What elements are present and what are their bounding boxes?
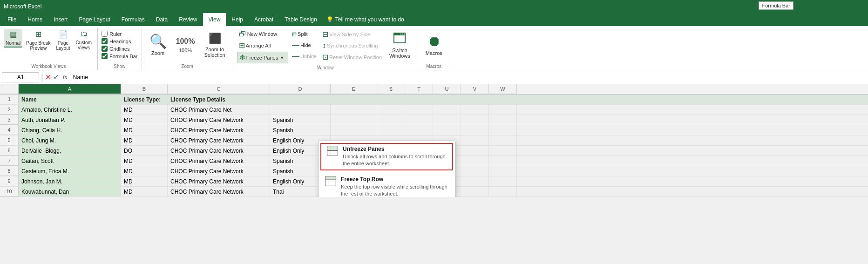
cell-w9[interactable]	[489, 176, 517, 186]
formula-bar-check[interactable]: Formula Bar	[102, 53, 138, 59]
tab-review[interactable]: Review	[173, 13, 203, 26]
cell-u4[interactable]	[433, 125, 461, 135]
cell-w6[interactable]	[489, 146, 517, 156]
tell-me-bar[interactable]: 💡 Tell me what you want to do	[323, 13, 408, 26]
freeze-panes-button[interactable]: ❄ Freeze Panes ▼	[237, 52, 288, 63]
cell-d1[interactable]	[270, 95, 331, 104]
cell-v2[interactable]	[461, 105, 489, 115]
cell-b8[interactable]: MD	[121, 166, 168, 176]
cell-a2[interactable]: Arnaldo, Christine L.	[19, 105, 121, 115]
col-header-d[interactable]: D	[270, 84, 331, 94]
cell-b9[interactable]: MD	[121, 176, 168, 186]
cell-b6[interactable]: DO	[121, 146, 168, 156]
cell-a5[interactable]: Choi, Jung M.	[19, 135, 121, 145]
split-button[interactable]: ⧈ Split	[290, 29, 309, 39]
macros-button[interactable]: ⏺ Macros	[422, 29, 446, 61]
tab-home[interactable]: Home	[22, 13, 48, 26]
cell-v10[interactable]	[461, 187, 489, 196]
cell-s1[interactable]	[377, 95, 405, 104]
cell-s4[interactable]	[377, 125, 405, 135]
unhide-button[interactable]: — Unhide	[290, 51, 319, 61]
col-header-u[interactable]: U	[433, 84, 461, 94]
col-header-t[interactable]: T	[405, 84, 433, 94]
zoom-100-button[interactable]: 100% 100%	[172, 29, 199, 61]
cell-w7[interactable]	[489, 156, 517, 166]
cell-c5[interactable]: CHOC Primary Care Network	[168, 135, 270, 145]
cell-c9[interactable]: CHOC Primary Care Network	[168, 176, 270, 186]
reset-window-position-button[interactable]: ⊡ Reset Window Position	[320, 52, 384, 62]
cell-e1[interactable]	[331, 95, 377, 104]
ruler-checkbox[interactable]	[102, 31, 108, 37]
cell-a1[interactable]: Name	[19, 95, 121, 104]
cell-a7[interactable]: Gaitan, Scott	[19, 156, 121, 166]
ruler-check[interactable]: Ruler	[102, 31, 138, 37]
view-side-by-side-button[interactable]: ⊟ View Side by Side	[320, 29, 372, 40]
cell-a10[interactable]: Kouwabunnat, Dan	[19, 187, 121, 196]
col-header-s[interactable]: S	[377, 84, 405, 94]
cell-v8[interactable]	[461, 166, 489, 176]
cell-b7[interactable]: MD	[121, 156, 168, 166]
zoom-button[interactable]: 🔍 Zoom	[146, 29, 170, 61]
cell-c6[interactable]: CHOC Primary Care Network	[168, 146, 270, 156]
cell-d3[interactable]: Spanish	[270, 115, 331, 125]
hide-button[interactable]: — Hide	[290, 40, 313, 50]
headings-checkbox[interactable]	[102, 38, 108, 44]
col-header-v[interactable]: V	[461, 84, 489, 94]
col-header-c[interactable]: C	[168, 84, 270, 94]
cell-u3[interactable]	[433, 115, 461, 125]
cell-v3[interactable]	[461, 115, 489, 125]
headings-check[interactable]: Headings	[102, 38, 138, 44]
cell-u2[interactable]	[433, 105, 461, 115]
col-header-w[interactable]: W	[489, 84, 517, 94]
cell-t4[interactable]	[405, 125, 433, 135]
page-layout-button[interactable]: 📄 PageLayout	[54, 29, 72, 52]
cell-u1[interactable]	[433, 95, 461, 104]
cell-b10[interactable]: MD	[121, 187, 168, 196]
cell-a3[interactable]: Auth, Jonathan P.	[19, 115, 121, 125]
cell-b1[interactable]: License Type:	[121, 95, 168, 104]
cell-s2[interactable]	[377, 105, 405, 115]
custom-views-button[interactable]: 🗂 CustomViews	[74, 29, 94, 51]
tab-file[interactable]: File	[2, 13, 22, 26]
freeze-top-row-item[interactable]: Freeze Top Row Keep the top row visible …	[319, 172, 455, 197]
cell-b2[interactable]: MD	[121, 105, 168, 115]
cell-w1[interactable]	[489, 95, 517, 104]
cell-v9[interactable]	[461, 176, 489, 186]
cell-b4[interactable]: MD	[121, 125, 168, 135]
cell-c4[interactable]: CHOC Primary Care Network	[168, 125, 270, 135]
cell-v5[interactable]	[461, 135, 489, 145]
cell-w5[interactable]	[489, 135, 517, 145]
cell-c8[interactable]: CHOC Primary Care Network	[168, 166, 270, 176]
cell-d2[interactable]	[270, 105, 331, 115]
gridlines-check[interactable]: Gridlines	[102, 46, 138, 52]
gridlines-checkbox[interactable]	[102, 46, 108, 52]
confirm-formula-button[interactable]: ✓	[53, 73, 59, 81]
cell-d4[interactable]: Spanish	[270, 125, 331, 135]
cell-w4[interactable]	[489, 125, 517, 135]
cell-a9[interactable]: Johnson, Jan M.	[19, 176, 121, 186]
formula-bar-checkbox[interactable]	[102, 53, 108, 59]
cell-w3[interactable]	[489, 115, 517, 125]
col-header-a[interactable]: A	[19, 84, 121, 94]
new-window-button[interactable]: 🗗 New Window	[237, 29, 279, 39]
cell-b5[interactable]: MD	[121, 135, 168, 145]
cell-c3[interactable]: CHOC Primary Care Network	[168, 115, 270, 125]
switch-windows-button[interactable]: 🗔 SwitchWindows	[386, 29, 414, 61]
col-header-b[interactable]: B	[121, 84, 168, 94]
cell-e3[interactable]	[331, 115, 377, 125]
tab-table-design[interactable]: Table Design	[279, 13, 322, 26]
cell-t1[interactable]	[405, 95, 433, 104]
zoom-selection-button[interactable]: ⬛ Zoom toSelection	[200, 29, 229, 61]
unfreeze-panes-item[interactable]: Unfreeze Panes Unlock all rows and colum…	[320, 143, 453, 170]
tab-formulas[interactable]: Formulas	[116, 13, 150, 26]
synchronous-scrolling-button[interactable]: ↕ Synchronous Scrolling	[320, 41, 380, 51]
name-box[interactable]	[2, 72, 39, 82]
cell-b3[interactable]: MD	[121, 115, 168, 125]
cell-e4[interactable]	[331, 125, 377, 135]
tab-data[interactable]: Data	[150, 13, 173, 26]
cell-v4[interactable]	[461, 125, 489, 135]
tab-insert[interactable]: Insert	[48, 13, 73, 26]
tab-help[interactable]: Help	[226, 13, 249, 26]
cell-w10[interactable]	[489, 187, 517, 196]
cell-c10[interactable]: CHOC Primary Care Network	[168, 187, 270, 196]
